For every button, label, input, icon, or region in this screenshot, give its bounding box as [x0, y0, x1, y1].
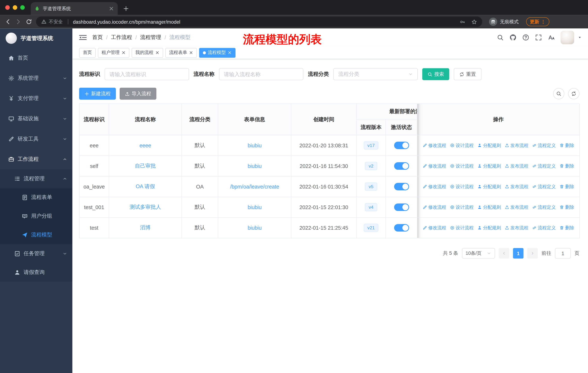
sidebar-item-infrastructure[interactable]: 基础设施 [0, 109, 72, 129]
action-delete-link[interactable]: 删除 [560, 183, 574, 190]
create-process-button[interactable]: 新建流程 [79, 88, 116, 100]
import-process-button[interactable]: 导入流程 [120, 88, 156, 100]
action-assign-link[interactable]: 分配规则 [477, 183, 501, 190]
address-bar[interactable]: 不安全 dashboard.yudao.iocoder.cn/bpm/manag… [36, 17, 482, 27]
traffic-light-zoom[interactable] [20, 5, 25, 10]
process-name-link[interactable]: 滔博 [140, 224, 151, 231]
header-search-icon[interactable] [497, 34, 504, 41]
reload-button[interactable] [26, 18, 32, 25]
process-name-link[interactable]: 自己审批 [135, 163, 156, 169]
process-name-link[interactable]: eeee [139, 142, 151, 148]
update-button[interactable]: 更新 [526, 17, 550, 26]
action-delete-link[interactable]: 删除 [560, 204, 574, 210]
action-design-link[interactable]: 设计流程 [450, 225, 474, 231]
status-toggle[interactable] [394, 142, 409, 149]
new-tab-button[interactable] [123, 6, 129, 12]
password-key-icon[interactable] [460, 19, 465, 25]
tab-close-icon[interactable] [109, 6, 114, 11]
form-info-link[interactable]: biubiu [248, 225, 262, 231]
sidebar-item-process-form[interactable]: 流程表单 [0, 188, 72, 207]
fullscreen-icon[interactable] [535, 34, 542, 41]
action-publish-link[interactable]: 发布流程 [505, 183, 528, 190]
forward-button[interactable] [15, 18, 22, 25]
status-toggle[interactable] [394, 224, 409, 232]
action-definition-link[interactable]: 流程定义 [532, 204, 556, 210]
process-name-link[interactable]: 测试多审批人 [130, 204, 161, 211]
breadcrumb-item[interactable]: 流程管理 [140, 34, 161, 41]
prev-page-button[interactable] [499, 248, 509, 259]
form-info-link[interactable]: biubiu [248, 204, 262, 210]
tag-close-icon[interactable] [189, 51, 193, 55]
bookmark-star-icon[interactable] [471, 19, 477, 25]
action-design-link[interactable]: 设计流程 [450, 183, 474, 190]
user-avatar[interactable] [561, 31, 574, 44]
sidebar-item-process-management[interactable]: 流程管理 [0, 169, 72, 188]
back-button[interactable] [5, 18, 11, 25]
action-publish-link[interactable]: 发布流程 [505, 225, 528, 231]
status-toggle[interactable] [394, 203, 409, 211]
sidebar-item-devtools[interactable]: 研发工具 [0, 129, 72, 149]
sidebar-item-user-group[interactable]: 用户分组 [0, 207, 72, 226]
action-design-link[interactable]: 设计流程 [450, 142, 474, 149]
filter-select-2[interactable]: 流程分类 [333, 68, 418, 80]
action-definition-link[interactable]: 流程定义 [532, 142, 556, 149]
view-tag-2[interactable]: 我的流程 [132, 48, 163, 57]
view-tag-0[interactable]: 首页 [79, 48, 96, 57]
view-tag-1[interactable]: 租户管理 [98, 48, 129, 57]
action-edit-link[interactable]: 修改流程 [423, 204, 446, 210]
action-edit-link[interactable]: 修改流程 [423, 183, 446, 190]
tag-close-icon[interactable] [122, 51, 126, 55]
traffic-light-minimize[interactable] [13, 5, 17, 10]
reset-button[interactable]: 重置 [454, 68, 481, 80]
next-page-button[interactable] [527, 248, 538, 259]
form-info-link[interactable]: biubiu [248, 163, 262, 169]
action-definition-link[interactable]: 流程定义 [532, 183, 556, 190]
sidebar-item-workflow[interactable]: 工作流程 [0, 149, 72, 169]
search-button[interactable]: 搜索 [422, 68, 449, 80]
action-assign-link[interactable]: 分配规则 [477, 163, 501, 169]
sidebar-item-system[interactable]: 系统管理 [0, 68, 72, 88]
sidebar-item-payment[interactable]: 支付管理 [0, 89, 72, 109]
help-icon[interactable] [522, 34, 529, 41]
action-publish-link[interactable]: 发布流程 [505, 163, 528, 169]
goto-page-input[interactable] [555, 248, 571, 259]
breadcrumb-item[interactable]: 首页 [92, 34, 103, 41]
sidebar-item-leave-query[interactable]: 请假查询 [0, 263, 72, 282]
breadcrumb-item[interactable]: 工作流程 [111, 34, 132, 41]
filter-input-0[interactable] [105, 68, 189, 80]
show-search-button[interactable] [553, 88, 565, 99]
action-edit-link[interactable]: 修改流程 [423, 142, 446, 149]
view-tag-4[interactable]: 流程模型 [199, 48, 235, 57]
font-size-icon[interactable] [548, 34, 555, 41]
github-icon[interactable] [510, 34, 516, 41]
app-logo[interactable]: 芋道管理系统 [0, 28, 72, 48]
form-info-link[interactable]: biubiu [248, 142, 262, 148]
action-publish-link[interactable]: 发布流程 [505, 142, 528, 149]
action-assign-link[interactable]: 分配规则 [477, 204, 501, 210]
action-delete-link[interactable]: 删除 [560, 163, 574, 169]
page-number-1[interactable]: 1 [513, 248, 524, 259]
action-delete-link[interactable]: 删除 [560, 142, 574, 149]
action-edit-link[interactable]: 修改流程 [423, 225, 446, 231]
sidebar-item-process-model[interactable]: 流程模型 [0, 226, 72, 244]
process-name-link[interactable]: OA 请假 [136, 183, 155, 190]
sidebar-item-task-management[interactable]: 任务管理 [0, 244, 72, 263]
status-toggle[interactable] [394, 162, 409, 170]
tag-close-icon[interactable] [228, 51, 232, 55]
action-delete-link[interactable]: 删除 [560, 225, 574, 231]
action-definition-link[interactable]: 流程定义 [532, 225, 556, 231]
page-size-select[interactable]: 10条/页 [462, 248, 495, 259]
action-design-link[interactable]: 设计流程 [450, 204, 474, 210]
filter-input-1[interactable] [219, 68, 304, 80]
view-tag-3[interactable]: 流程表单 [165, 48, 197, 57]
browser-tab[interactable]: 芋道管理系统 [31, 2, 118, 15]
traffic-light-close[interactable] [5, 5, 10, 10]
action-definition-link[interactable]: 流程定义 [532, 163, 556, 169]
tag-close-icon[interactable] [155, 51, 159, 55]
form-info-link[interactable]: /bpm/oa/leave/create [230, 184, 279, 190]
action-assign-link[interactable]: 分配规则 [477, 142, 501, 149]
sidebar-item-home[interactable]: 首页 [0, 48, 72, 68]
action-design-link[interactable]: 设计流程 [450, 163, 474, 169]
browser-menu-icon[interactable] [541, 19, 546, 24]
hamburger-icon[interactable] [79, 34, 87, 41]
